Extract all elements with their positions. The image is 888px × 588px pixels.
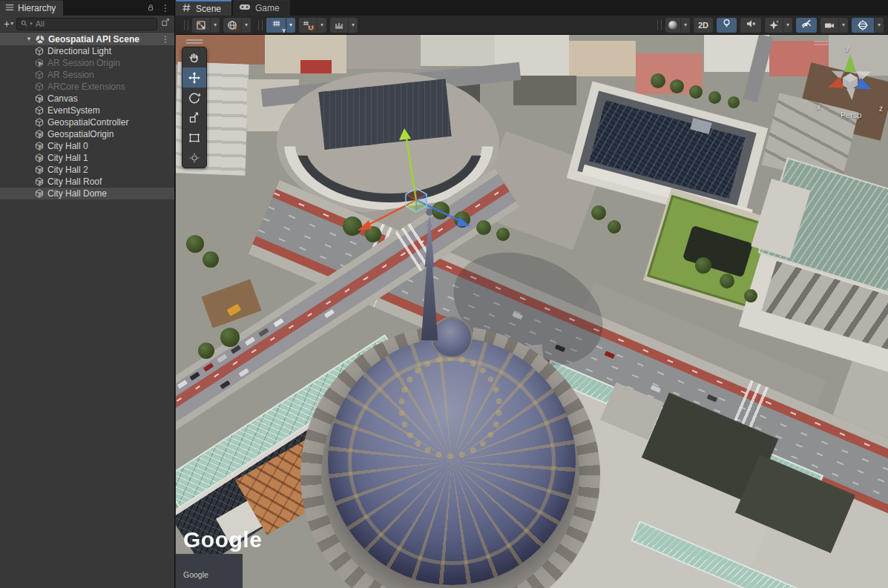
google-watermark: Google: [183, 527, 262, 552]
hierarchy-menu-icon[interactable]: ⋮: [161, 3, 170, 13]
rect-tool[interactable]: [182, 128, 206, 148]
gizmos-control[interactable]: ▾: [852, 18, 884, 33]
scene-lighting-button[interactable]: [717, 18, 737, 33]
scene-panel: Scene Game ▾ ▾ Y ▾ ▾: [176, 0, 888, 588]
scene-audio-button[interactable]: [740, 18, 761, 33]
search-input[interactable]: [34, 19, 154, 29]
scene-art: [432, 202, 450, 219]
hierarchy-item-label: EventSystem: [47, 105, 100, 116]
pivot-dropdown-caret-icon[interactable]: ▾: [210, 18, 220, 33]
hierarchy-item-city-hall-1[interactable]: ▶ City Hall 1: [0, 152, 174, 164]
expand-arrow-icon[interactable]: ▶: [37, 191, 45, 197]
overlay-drag-handle[interactable]: [814, 41, 829, 45]
scene-art: [591, 205, 606, 220]
toolbar-drag-handle[interactable]: [258, 20, 263, 30]
expand-arrow-icon[interactable]: ▶: [37, 167, 45, 174]
camera-settings-control[interactable]: ▾: [820, 18, 848, 33]
tab-scene[interactable]: Scene: [176, 0, 231, 16]
hierarchy-item-eventsystem[interactable]: EventSystem: [0, 105, 174, 116]
tab-hierarchy[interactable]: Hierarchy: [0, 0, 63, 16]
pivot-icon[interactable]: [192, 18, 210, 33]
search-filter-caret-icon[interactable]: ▾: [30, 21, 33, 27]
rotate-tool[interactable]: [182, 87, 206, 108]
scene-art: [201, 279, 261, 328]
grid-visibility-control[interactable]: Y ▾: [266, 18, 295, 33]
camera-icon[interactable]: [820, 18, 838, 33]
hierarchy-item-label: City Hall 0: [47, 141, 88, 151]
pivot-mode-control[interactable]: ▾: [192, 18, 220, 33]
effects-caret-icon[interactable]: ▾: [783, 18, 792, 33]
gizmos-sphere-icon[interactable]: [852, 18, 874, 33]
gameobject-cube-icon: [34, 58, 45, 68]
scale-tool[interactable]: [182, 108, 206, 128]
search-window-picker-icon[interactable]: [160, 17, 171, 30]
grid-axis-icon[interactable]: Y: [266, 18, 286, 33]
hierarchy-item-label: Canvas: [47, 93, 78, 104]
gizmos-caret-icon[interactable]: ▾: [874, 18, 884, 33]
hierarchy-item-geospatialorigin[interactable]: ▶ GeospatialOrigin: [0, 128, 174, 140]
hierarchy-item-city-hall-2[interactable]: ▶ City Hall 2: [0, 164, 174, 176]
tab-game-label: Game: [255, 3, 280, 13]
scene-art: [343, 217, 362, 236]
scene-art: [346, 35, 421, 69]
hierarchy-item-label: AR Session Origin: [47, 58, 120, 68]
expand-arrow-icon[interactable]: ▶: [37, 143, 45, 150]
expand-arrow-icon[interactable]: ▼: [26, 36, 32, 42]
hierarchy-item-label: City Hall Roof: [47, 176, 102, 187]
scene-art: [689, 85, 703, 99]
orientation-dropdown-caret-icon[interactable]: ▾: [241, 18, 251, 33]
scene-viewport[interactable]: y x z Persp Google Google: [176, 35, 888, 588]
toolbar-drag-handle[interactable]: [184, 20, 188, 30]
grid-dropdown-caret-icon[interactable]: ▾: [286, 18, 295, 33]
scene-visibility-button[interactable]: [796, 18, 817, 33]
hierarchy-search-field[interactable]: ▾: [16, 18, 157, 30]
toolbar-drag-handle[interactable]: [657, 20, 662, 30]
scene-art: [651, 73, 665, 88]
effects-control[interactable]: ▾: [765, 18, 792, 33]
lock-icon[interactable]: [146, 1, 155, 15]
effects-star-icon[interactable]: [765, 18, 783, 33]
expand-arrow-icon[interactable]: ▶: [37, 131, 45, 138]
tab-game[interactable]: Game: [233, 0, 290, 16]
move-tool[interactable]: [182, 67, 206, 87]
axis-z-label: z: [879, 105, 883, 113]
hierarchy-item-city-hall-roof[interactable]: ▶ City Hall Roof: [0, 176, 174, 188]
hierarchy-item-ar-session-origin[interactable]: ▶ AR Session Origin: [0, 57, 174, 69]
axis-x-label: x: [817, 103, 820, 111]
snap-magnet-icon[interactable]: [299, 18, 317, 33]
expand-arrow-icon[interactable]: ▶: [37, 179, 45, 185]
hierarchy-item-city-hall-0[interactable]: ▶ City Hall 0: [0, 140, 174, 152]
scene-menu-icon[interactable]: ⋮: [161, 34, 170, 44]
increment-snap-ruler-icon[interactable]: [330, 18, 348, 33]
hierarchy-item-geospatialcontroller[interactable]: GeospatialController: [0, 116, 174, 128]
camera-caret-icon[interactable]: ▾: [838, 18, 848, 33]
handle-orientation-control[interactable]: ▾: [223, 18, 251, 33]
google-watermark-small: Google: [183, 570, 208, 579]
transform-tool[interactable]: [182, 148, 206, 168]
scene-art: [398, 355, 502, 459]
overlay-drag-handle[interactable]: [186, 39, 203, 44]
hierarchy-item-directional-light[interactable]: Directional Light: [0, 45, 174, 57]
render-mode-caret-icon[interactable]: ▾: [680, 18, 690, 33]
expand-arrow-icon[interactable]: ▶: [37, 155, 45, 162]
increment-dropdown-caret-icon[interactable]: ▾: [348, 18, 358, 33]
hierarchy-item-canvas[interactable]: ▶ Canvas: [0, 93, 174, 105]
hierarchy-item-ar-session[interactable]: AR Session: [0, 69, 174, 81]
render-mode-control[interactable]: ▾: [665, 18, 690, 33]
grid-snapping-control[interactable]: ▾: [299, 18, 326, 33]
hierarchy-item-city-hall-dome[interactable]: ▶ City Hall Dome: [0, 188, 174, 199]
toggle-2d-button[interactable]: 2D: [694, 18, 713, 33]
increment-snap-control[interactable]: ▾: [330, 18, 358, 33]
expand-arrow-icon[interactable]: ▶: [37, 96, 45, 102]
view-hand-tool[interactable]: [182, 47, 206, 67]
scene-art: [569, 41, 636, 76]
hierarchy-scene-header[interactable]: ▼ Geospatial API Scene ⋮: [0, 33, 174, 45]
create-object-button[interactable]: +▾: [4, 19, 13, 29]
snap-dropdown-caret-icon[interactable]: ▾: [317, 18, 326, 33]
hierarchy-item-arcore-extensions[interactable]: ARCore Extensions: [0, 81, 174, 93]
projection-mode-label[interactable]: Persp: [829, 110, 873, 119]
shaded-sphere-icon[interactable]: [665, 18, 680, 33]
global-local-globe-icon[interactable]: [223, 18, 241, 33]
tab-scene-label: Scene: [196, 4, 221, 14]
hierarchy-item-label: AR Session: [47, 70, 94, 80]
